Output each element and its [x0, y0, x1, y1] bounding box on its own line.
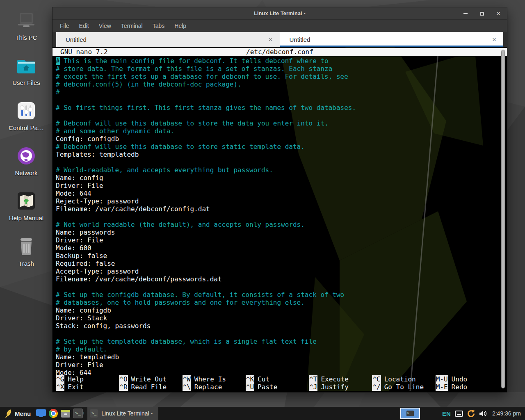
nano-shortcut[interactable]: ^WWhere Is [183, 375, 246, 383]
close-icon: ✕ [496, 11, 501, 16]
shortcut-label: Undo [452, 375, 468, 383]
nano-shortcut[interactable]: ^/Go To Line [372, 383, 435, 391]
editor-line: # So first things first. This first stan… [56, 104, 507, 112]
updates-notifier-icon[interactable] [467, 409, 475, 418]
editor-line: # Set up the templatedb database, which … [56, 338, 507, 345]
taskbar-clock[interactable]: 2:49:36 pm [492, 410, 521, 417]
nano-shortcut[interactable]: M-ERedo [436, 383, 499, 391]
shortcut-column: M-UUndoM-ERedo [436, 375, 499, 391]
nano-shortcut[interactable]: ^KCut [246, 375, 309, 383]
desktop-icon-this-pc[interactable]: This PC [0, 11, 52, 41]
desktop-icon-label: Control Pa… [9, 124, 44, 131]
shortcut-key: M-U [436, 375, 448, 383]
terminal-window: Linux Lite Terminal - ✕ File Edit View T… [52, 7, 507, 392]
shortcut-key: ^T [309, 375, 317, 383]
keyboard-layout-icon[interactable] [455, 411, 463, 417]
start-menu-button[interactable]: Menu [0, 407, 35, 420]
menu-tabs[interactable]: Tabs [153, 23, 165, 29]
minimize-button[interactable] [463, 11, 468, 16]
file-manager-launcher-button[interactable] [59, 407, 72, 420]
nano-shortcut-bar: ^GHelp^XExit^OWrite Out^RRead File^WWher… [56, 375, 499, 391]
tab-close-icon[interactable]: × [492, 36, 496, 43]
nano-shortcut[interactable]: ^JJustify [309, 383, 372, 391]
menu-edit[interactable]: Edit [79, 23, 89, 29]
volume-icon[interactable] [479, 410, 487, 417]
maximize-icon [480, 12, 484, 16]
shortcut-label: Exit [68, 383, 84, 391]
editor-line: # store data. The format of this file is… [56, 65, 507, 73]
nano-shortcut[interactable]: ^UPaste [246, 383, 309, 391]
workspace-switcher-active[interactable]: >_ [400, 408, 420, 419]
editor-line: Name: config [56, 174, 507, 182]
editor-line: # and some other dynamic data. [56, 127, 507, 135]
nano-shortcut[interactable]: M-UUndo [436, 375, 499, 383]
desktop-icon-label: User Files [12, 79, 40, 86]
editor-line: Filename: /var/cache/debconf/config.dat [56, 205, 507, 213]
terminal-icon: >_ [90, 409, 98, 418]
shortcut-label: Read File [131, 383, 167, 391]
editor-line: Templates: templatedb [56, 151, 507, 158]
tab-close-icon[interactable]: × [269, 36, 273, 43]
desktop-icon-trash[interactable]: Trash [0, 237, 52, 267]
terminal-screen[interactable]: GNU nano 7.2 /etc/debconf.conf # This is… [52, 47, 507, 392]
taskbar-grip-handle[interactable]: ⋮⋮ [84, 407, 87, 420]
menu-view[interactable]: View [99, 23, 111, 29]
show-desktop-button[interactable] [35, 407, 47, 420]
shortcut-key: ^/ [372, 383, 381, 391]
tab-untitled-1[interactable]: Untitled × [56, 32, 280, 47]
editor-line: Required: false [56, 260, 507, 267]
taskbar-task-linux-lite-terminal[interactable]: >_ Linux Lite Terminal - [87, 407, 158, 420]
nano-shortcut[interactable]: ^\Replace [183, 383, 246, 391]
menu-terminal[interactable]: Terminal [121, 23, 143, 29]
nano-shortcut[interactable]: ^GHelp [56, 375, 119, 383]
nano-shortcut[interactable]: ^XExit [56, 383, 119, 391]
nano-titlebar: GNU nano 7.2 /etc/debconf.conf [52, 48, 507, 56]
control-panel-icon [16, 101, 36, 121]
shortcut-key: ^G [56, 375, 64, 383]
maximize-button[interactable] [479, 11, 485, 16]
window-titlebar[interactable]: Linux Lite Terminal - ✕ [52, 7, 507, 20]
nano-shortcut[interactable]: ^TExecute [309, 375, 372, 383]
file-manager-icon [61, 409, 71, 418]
chrome-icon [49, 409, 58, 418]
desktop-icon-blue [36, 409, 46, 418]
nano-shortcut[interactable]: ^CLocation [372, 375, 435, 383]
editor-line: Reject-Type: password [56, 197, 507, 205]
shortcut-label: Replace [194, 383, 222, 391]
shortcut-label: Where Is [194, 375, 226, 383]
shortcut-key: ^X [56, 383, 64, 391]
desktop-icon-label: Help Manual [9, 215, 43, 221]
tab-untitled-2[interactable]: Untitled × [280, 32, 504, 47]
editor-line: Mode: 644 [56, 189, 507, 197]
desktop-icon-network[interactable]: Network [0, 146, 52, 176]
editor-line [56, 213, 507, 221]
shortcut-column: ^CLocation^/Go To Line [372, 375, 435, 391]
editor-line: # Set up the configdb database. By defau… [56, 291, 507, 299]
nano-shortcut[interactable]: ^RRead File [119, 383, 182, 391]
menu-help[interactable]: Help [174, 23, 186, 29]
chrome-launcher-button[interactable] [47, 407, 59, 420]
shortcut-column: ^TExecute^JJustify [309, 375, 372, 391]
menu-file[interactable]: File [60, 23, 69, 29]
shortcut-label: Go To Line [384, 383, 424, 391]
desktop-icon-user-files[interactable]: User Files [0, 56, 52, 86]
editor-line: Filename: /var/cache/debconf/passwords.d… [56, 275, 507, 283]
trash-icon [16, 237, 36, 256]
shortcut-column: ^OWrite Out^RRead File [119, 375, 182, 391]
editor-buffer[interactable]: # This is the main config file for debco… [52, 56, 507, 377]
editor-line: Accept-Type: password [56, 267, 507, 275]
terminal-scrollbar[interactable] [501, 50, 505, 388]
shortcut-label: Redo [452, 383, 468, 391]
desktop-icon-label: Network [15, 169, 37, 176]
tab-label: Untitled [66, 36, 87, 43]
editor-line: # Debconf will use this database to stor… [56, 143, 507, 151]
terminal-icon: >_ [406, 411, 414, 416]
keyboard-language-indicator[interactable]: EN [442, 410, 451, 417]
shortcut-label: Paste [258, 383, 277, 391]
shortcut-key: ^J [309, 383, 317, 391]
nano-shortcut[interactable]: ^OWrite Out [119, 375, 182, 383]
desktop-icon-help-manual[interactable]: Help Manual [0, 191, 52, 221]
shortcut-label: Execute [321, 375, 348, 383]
close-button[interactable]: ✕ [495, 11, 501, 16]
desktop-icon-control-panel[interactable]: Control Pa… [0, 101, 52, 131]
